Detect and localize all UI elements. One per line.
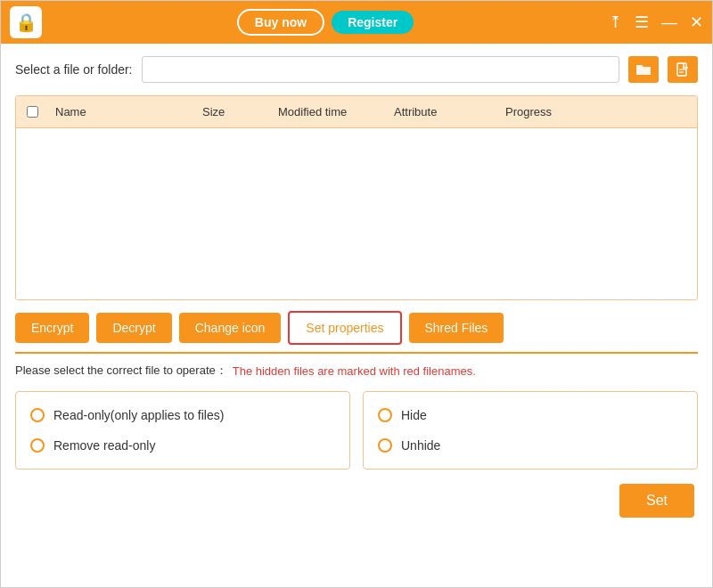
set-button[interactable]: Set xyxy=(619,484,694,518)
set-properties-button[interactable]: Set properties xyxy=(288,311,401,345)
radio-hide[interactable] xyxy=(378,408,392,422)
radio-unhide[interactable] xyxy=(378,438,392,453)
browse-folder-button[interactable] xyxy=(628,56,659,83)
readonly-option-2: Remove read-only xyxy=(30,438,335,453)
col-header-attribute: Attribute xyxy=(387,105,498,118)
col-header-modified: Modified time xyxy=(271,105,387,118)
title-bar-left: 🔒 xyxy=(10,6,42,38)
table-body xyxy=(16,128,697,299)
close-icon[interactable]: ✕ xyxy=(690,12,703,32)
col-header-progress: Progress xyxy=(498,105,697,118)
shred-files-button[interactable]: Shred Files xyxy=(409,313,504,343)
title-bar: 🔒 Buy now Register ⤒ ☰ — ✕ xyxy=(1,1,712,44)
instruction-text: Please select the correct file to operat… xyxy=(15,363,227,379)
folder-icon xyxy=(635,62,652,77)
select-all-checkbox[interactable] xyxy=(16,106,48,118)
set-button-row: Set xyxy=(15,484,698,518)
app-logo: 🔒 xyxy=(10,6,42,38)
radio-readonly[interactable] xyxy=(30,408,45,422)
readonly-option-1: Read-only(only applies to files) xyxy=(30,408,335,422)
info-row: Please select the correct file to operat… xyxy=(15,363,698,379)
col-header-name: Name xyxy=(48,105,195,118)
file-table: Name Size Modified time Attribute Progre… xyxy=(15,95,698,300)
action-buttons: Encrypt Decrypt Change icon Set properti… xyxy=(15,311,698,354)
share-icon[interactable]: ⤒ xyxy=(609,12,622,32)
change-icon-button[interactable]: Change icon xyxy=(179,313,282,343)
file-icon xyxy=(676,62,689,78)
buy-now-button[interactable]: Buy now xyxy=(237,9,324,36)
unhide-option: Unhide xyxy=(378,438,683,453)
browse-file-button[interactable] xyxy=(668,56,698,83)
menu-icon[interactable]: ☰ xyxy=(635,12,649,32)
file-selector-label: Select a file or folder: xyxy=(15,62,133,77)
readonly-label-2: Remove read-only xyxy=(53,438,155,453)
table-header: Name Size Modified time Attribute Progre… xyxy=(16,96,697,128)
title-bar-right: ⤒ ☰ — ✕ xyxy=(609,12,703,32)
encrypt-button[interactable]: Encrypt xyxy=(15,313,89,343)
col-header-size: Size xyxy=(195,105,271,118)
hide-option: Hide xyxy=(378,408,683,422)
title-bar-center: Buy now Register xyxy=(237,9,414,36)
readonly-label-1: Read-only(only applies to files) xyxy=(53,408,224,422)
hint-text: The hidden files are marked with red fil… xyxy=(233,364,476,378)
file-path-input[interactable] xyxy=(142,56,619,83)
unhide-label: Unhide xyxy=(401,438,440,453)
properties-panels: Read-only(only applies to files) Remove … xyxy=(15,391,698,470)
readonly-panel: Read-only(only applies to files) Remove … xyxy=(15,391,350,470)
radio-remove-readonly[interactable] xyxy=(30,438,45,453)
file-selector-row: Select a file or folder: xyxy=(15,56,698,83)
main-content: Select a file or folder: Name Size Modif… xyxy=(1,44,712,530)
minimize-icon[interactable]: — xyxy=(661,13,677,32)
register-button[interactable]: Register xyxy=(332,11,414,34)
decrypt-button[interactable]: Decrypt xyxy=(96,313,171,343)
hide-label: Hide xyxy=(401,408,427,422)
visibility-panel: Hide Unhide xyxy=(363,391,698,470)
